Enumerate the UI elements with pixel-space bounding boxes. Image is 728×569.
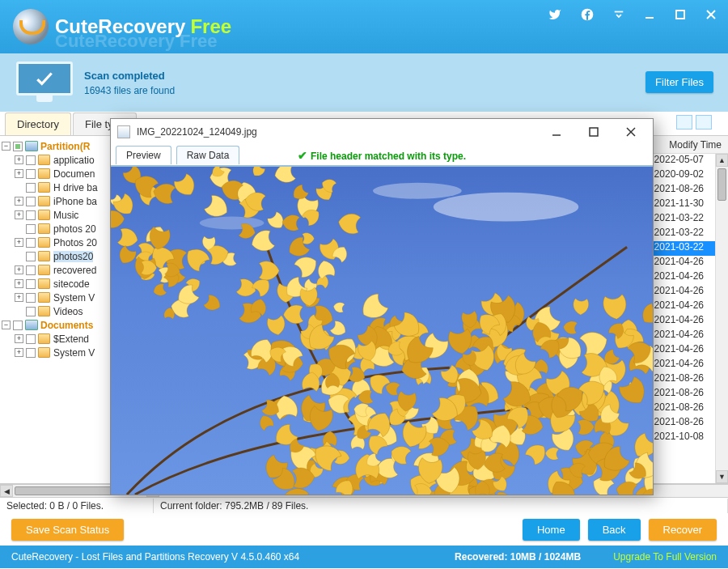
- expand-icon[interactable]: +: [15, 155, 23, 164]
- tree-item[interactable]: H drive ba: [53, 182, 98, 193]
- preview-tab-preview[interactable]: Preview: [116, 146, 171, 164]
- recover-button[interactable]: Recover: [649, 519, 717, 541]
- title-bar: CuteRecovery Free CuteRecovery Free: [0, 0, 728, 53]
- tree-item[interactable]: Music: [53, 210, 78, 221]
- tree-checkbox[interactable]: [26, 224, 36, 234]
- grid-view-icon[interactable]: [676, 115, 692, 130]
- folder-icon: [38, 210, 50, 220]
- tree-item[interactable]: Documen: [53, 168, 95, 180]
- close-icon[interactable]: [705, 9, 717, 23]
- scroll-up-icon[interactable]: ▲: [716, 154, 728, 167]
- scrollbar-thumb[interactable]: [15, 486, 120, 495]
- drive-icon: [25, 320, 38, 330]
- current-folder-status: Current folder: 795.2MB / 89 Files.: [154, 499, 728, 513]
- tree-item[interactable]: System V: [53, 292, 95, 304]
- save-scan-status-button[interactable]: Save Scan Status: [11, 519, 124, 541]
- preview-maximize-icon[interactable]: [578, 121, 609, 142]
- tab-directory[interactable]: Directory: [5, 113, 71, 135]
- expand-icon[interactable]: +: [15, 238, 23, 247]
- preview-tab-raw[interactable]: Raw Data: [176, 146, 240, 164]
- expand-icon[interactable]: +: [15, 210, 23, 219]
- back-button[interactable]: Back: [588, 519, 641, 541]
- tree-item[interactable]: System V: [53, 347, 95, 359]
- tree-item[interactable]: Photos 20: [53, 237, 97, 248]
- tree-checkbox[interactable]: [26, 238, 36, 248]
- app-logo-icon: [13, 9, 49, 45]
- preview-filename: IMG_20221024_124049.jpg: [137, 126, 535, 138]
- collapse-icon[interactable]: −: [2, 321, 11, 329]
- folder-icon: [38, 278, 50, 289]
- svg-rect-7: [590, 128, 598, 136]
- tree-checkbox[interactable]: [26, 307, 36, 316]
- status-row: Selected: 0 B / 0 Files. Current folder:…: [0, 497, 728, 513]
- minimize-icon[interactable]: [644, 9, 655, 23]
- tree-item[interactable]: applicatio: [53, 155, 95, 166]
- dropdown-icon[interactable]: [613, 9, 624, 23]
- tree-checkbox[interactable]: [26, 279, 36, 289]
- folder-icon: [38, 265, 50, 275]
- tree-checkbox[interactable]: [13, 321, 23, 330]
- footer-bar: CuteRecovery - Lost Files and Partitions…: [0, 546, 728, 568]
- scan-status-text: Scan completed: [84, 70, 175, 82]
- preview-image: [111, 166, 653, 495]
- svg-point-12: [200, 217, 265, 230]
- folder-icon: [38, 251, 50, 261]
- tree-item[interactable]: Videos: [53, 306, 83, 317]
- preview-window: IMG_20221024_124049.jpg Preview Raw Data…: [110, 118, 654, 495]
- tree-checkbox[interactable]: [26, 183, 36, 193]
- facebook-icon[interactable]: [581, 8, 594, 24]
- preview-titlebar[interactable]: IMG_20221024_124049.jpg: [111, 119, 653, 145]
- scan-count-text: 16943 files are found: [84, 85, 175, 96]
- expand-icon[interactable]: +: [15, 265, 23, 274]
- tree-root-documents[interactable]: Documents: [40, 320, 93, 331]
- tree-item[interactable]: recovered: [53, 265, 96, 276]
- tree-root-partition[interactable]: Partition(R: [40, 141, 90, 152]
- tree-item[interactable]: $Extend: [53, 333, 89, 345]
- tree-checkbox[interactable]: [26, 169, 36, 179]
- footer-recovered: Recovered: 10MB / 1024MB: [455, 551, 581, 563]
- scroll-left-icon[interactable]: ◀: [0, 485, 13, 497]
- expand-icon[interactable]: +: [15, 293, 23, 302]
- home-button[interactable]: Home: [523, 519, 580, 541]
- tree-checkbox[interactable]: [26, 293, 36, 303]
- twitter-icon[interactable]: [548, 8, 561, 24]
- expand-icon[interactable]: +: [15, 169, 23, 178]
- collapse-icon[interactable]: −: [2, 142, 11, 151]
- scrollbar-thumb[interactable]: [717, 168, 726, 201]
- tree-item[interactable]: iPhone ba: [53, 196, 97, 207]
- drive-icon: [25, 141, 38, 151]
- tree-spacer: [15, 183, 23, 192]
- tree-checkbox[interactable]: [26, 334, 36, 344]
- scroll-down-icon[interactable]: ▼: [716, 470, 728, 483]
- preview-close-icon[interactable]: [616, 121, 646, 142]
- preview-minimize-icon[interactable]: [541, 121, 572, 142]
- folder-icon: [38, 347, 50, 358]
- tree-spacer: [15, 224, 23, 233]
- vertical-scrollbar[interactable]: ▲ ▼: [715, 154, 728, 483]
- expand-icon[interactable]: +: [15, 348, 23, 357]
- svg-point-10: [434, 193, 578, 222]
- tree-checkbox[interactable]: [26, 210, 36, 220]
- maximize-icon[interactable]: [675, 9, 686, 23]
- tree-spacer: [15, 252, 23, 261]
- tree-checkbox[interactable]: [13, 142, 23, 151]
- tree-checkbox[interactable]: [26, 265, 36, 275]
- filter-files-button[interactable]: Filter Files: [645, 71, 713, 93]
- expand-icon[interactable]: +: [15, 197, 23, 206]
- preview-file-icon: [117, 125, 130, 138]
- tree-item[interactable]: photos 20: [53, 223, 96, 235]
- expand-icon[interactable]: +: [15, 334, 23, 343]
- folder-icon: [38, 237, 50, 248]
- folder-icon: [38, 182, 50, 193]
- tree-item[interactable]: sitecode: [53, 278, 90, 290]
- expand-icon[interactable]: +: [15, 279, 23, 288]
- list-view-icon[interactable]: [696, 115, 712, 130]
- tree-checkbox[interactable]: [26, 252, 36, 261]
- tree-item[interactable]: photos20: [53, 251, 93, 262]
- tree-checkbox[interactable]: [26, 155, 36, 165]
- tree-checkbox[interactable]: [26, 197, 36, 206]
- action-row: Save Scan Status Home Back Recover: [0, 513, 728, 546]
- folder-icon: [38, 292, 50, 303]
- tree-checkbox[interactable]: [26, 348, 36, 358]
- upgrade-link[interactable]: Upgrade To Full Version: [613, 551, 717, 563]
